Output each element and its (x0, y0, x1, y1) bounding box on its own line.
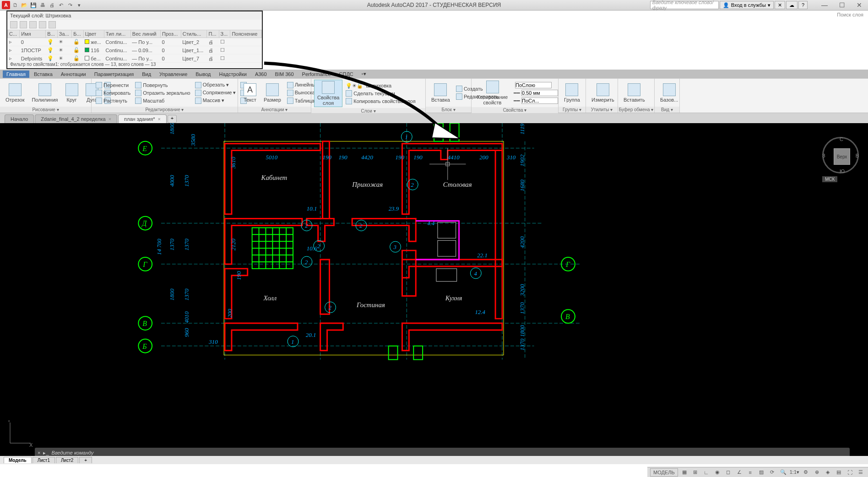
ribbon-properties-label[interactable]: Свойства ▾ (472, 107, 558, 113)
ribbon-modify-label[interactable]: Редактирование ▾ (92, 107, 238, 113)
print-icon[interactable]: 🖨 (48, 1, 56, 9)
rotate-button[interactable]: Повернуть (134, 81, 191, 89)
stay-connected-icon[interactable]: ☁ (786, 1, 797, 9)
line-button[interactable]: Отрезок (3, 82, 27, 103)
menu-bim360[interactable]: BIM 360 (271, 70, 298, 78)
tab-zdanie[interactable]: Zdanie_final_4_2 переделка× (35, 114, 117, 123)
insert-block-button[interactable]: Вставка (429, 82, 453, 103)
exchange-apps-icon[interactable]: ✕ (775, 1, 785, 9)
new-tab-button[interactable]: + (168, 115, 177, 123)
isolate-icon[interactable]: ◈ (823, 468, 832, 477)
menu-manage[interactable]: Управление (156, 70, 191, 78)
circle-button[interactable]: Круг (63, 82, 81, 103)
menu-addins[interactable]: Надстройки (216, 70, 250, 78)
menu-a360[interactable]: A360 (251, 70, 271, 78)
ribbon-block-label[interactable]: Блок ▾ (426, 107, 471, 113)
viewcube-top[interactable]: Верх (834, 148, 850, 165)
menu-performance[interactable]: Performance (298, 70, 335, 78)
ribbon-utilities-label[interactable]: Утилиты ▾ (586, 107, 618, 113)
menu-parametric[interactable]: Параметризация (91, 70, 137, 78)
customize-icon[interactable]: ☰ (856, 468, 865, 477)
mirror-button[interactable]: Отразить зеркально (134, 89, 191, 97)
lweight-icon[interactable]: ≡ (746, 468, 755, 477)
help-icon[interactable]: ? (798, 1, 808, 9)
polar-icon[interactable]: ◉ (713, 468, 722, 477)
saveas-icon[interactable]: 🖶 (38, 1, 47, 9)
close-button[interactable]: ✕ (852, 1, 866, 9)
layer-properties-button[interactable]: Свойства слоя (314, 80, 342, 107)
layer-filter-icon[interactable] (10, 21, 17, 28)
layer-delete-icon[interactable] (29, 21, 37, 28)
osnap-icon[interactable]: ◻ (724, 468, 733, 477)
ribbon-groups-label[interactable]: Группы ▾ (559, 107, 586, 113)
menu-view[interactable]: Вид (138, 70, 155, 78)
menu-annotate[interactable]: Аннотации (57, 70, 90, 78)
layer-refresh-icon[interactable] (49, 21, 56, 28)
copy-button[interactable]: Копировать (94, 89, 132, 97)
array-button[interactable]: Массив ▾ (194, 97, 238, 104)
cycling-icon[interactable]: ⟳ (768, 468, 777, 477)
scale-button[interactable]: Масштаб (134, 97, 191, 104)
infocenter-search[interactable]: Введите ключевое слово/фразу (650, 1, 719, 9)
stretch-button[interactable]: Растянуть (94, 97, 132, 104)
layout-sheet1[interactable]: Лист1 (33, 457, 55, 463)
match-layer-button[interactable]: Копировать свойства слоя (344, 98, 417, 105)
linetype-combo[interactable]: ━━ (512, 97, 559, 104)
layout-model[interactable]: Модель (4, 457, 32, 463)
cmd-input[interactable]: Введите команду (52, 450, 94, 455)
layer-row[interactable]: ▹Defpoints💡☀🔓 бе...Continu...— По у...0Ц… (8, 54, 262, 63)
tab-plan[interactable]: план здания*× (118, 114, 167, 123)
cleanscreen-icon[interactable]: ⛶ (845, 468, 854, 477)
layer-row[interactable]: ▹1ПОСТР💡☀🔓 116Continu...— 0.09...0Цвет_1… (8, 46, 262, 54)
status-model[interactable]: МОДЕЛЬ (650, 468, 678, 477)
layer-row[interactable]: ▹0💡☀🔓 же...Continu...— По у...0Цвет_2🖨☐ (8, 38, 262, 46)
dimension-button[interactable]: Размер (261, 82, 284, 103)
signin-button[interactable]: 👤Вход в службы▾ (720, 1, 774, 9)
redo-icon[interactable]: ↷ (66, 1, 74, 9)
workspace-icon[interactable]: ⚙ (801, 468, 810, 477)
menu-home[interactable]: Главная (3, 70, 29, 78)
move-button[interactable]: Перенести (94, 81, 132, 89)
ortho-icon[interactable]: ∟ (702, 468, 711, 477)
close-tab-icon[interactable]: × (157, 116, 160, 122)
group-button[interactable]: Группа (561, 82, 583, 103)
transparency-icon[interactable]: ▨ (757, 468, 766, 477)
new-icon[interactable]: 🗋 (11, 1, 19, 9)
match-props-button[interactable]: Копирование свойств (474, 80, 510, 106)
text-button[interactable]: AТекст (241, 82, 259, 103)
measure-button[interactable]: Измерить (589, 82, 617, 103)
maximize-button[interactable]: ☐ (835, 1, 849, 9)
fillet-button[interactable]: Сопряжение ▾ (194, 89, 238, 97)
save-icon[interactable]: 💾 (29, 1, 38, 9)
color-combo[interactable] (512, 81, 559, 89)
menu-insert[interactable]: Вставка (30, 70, 56, 78)
paste-button[interactable]: Вставить (621, 82, 648, 103)
menu-extra-icon[interactable]: ▫▾ (358, 70, 370, 78)
layout-add[interactable]: + (79, 457, 92, 463)
annomonitor-icon[interactable]: ⊕ (812, 468, 821, 477)
annoscale-icon[interactable]: 🔍 (779, 468, 788, 477)
qat-more-icon[interactable]: ▾ (75, 1, 83, 9)
menu-output[interactable]: Вывод (192, 70, 214, 78)
viewcube[interactable]: Верх С Ю В З МСК (822, 137, 859, 183)
layer-state-icon[interactable] (39, 21, 46, 28)
lineweight-combo[interactable]: ━━ (512, 89, 559, 97)
tab-start[interactable]: Начало (5, 114, 34, 123)
ribbon-view-label[interactable]: Вид ▾ (655, 107, 679, 113)
snap-icon[interactable]: ⊞ (691, 468, 700, 477)
minimize-button[interactable]: — (818, 1, 831, 9)
polyline-button[interactable]: Полилиния (29, 82, 60, 103)
app-logo[interactable]: A (2, 1, 10, 9)
layer-search[interactable]: Поиск слоя (837, 12, 863, 17)
scale-label[interactable]: 1:1▾ (790, 468, 799, 477)
close-tab-icon[interactable]: × (108, 116, 111, 122)
trim-button[interactable]: Обрезать ▾ (194, 81, 238, 89)
hardware-icon[interactable]: ▤ (834, 468, 843, 477)
cmd-close-icon[interactable]: × (38, 450, 40, 455)
baseview-button[interactable]: Базов... (657, 82, 681, 103)
menu-spds[interactable]: СПДС (336, 70, 357, 78)
wcs-button[interactable]: МСК (822, 176, 837, 182)
layout-sheet2[interactable]: Лист2 (56, 457, 78, 463)
otrack-icon[interactable]: ∠ (735, 468, 744, 477)
grid-icon[interactable]: ▦ (680, 468, 689, 477)
